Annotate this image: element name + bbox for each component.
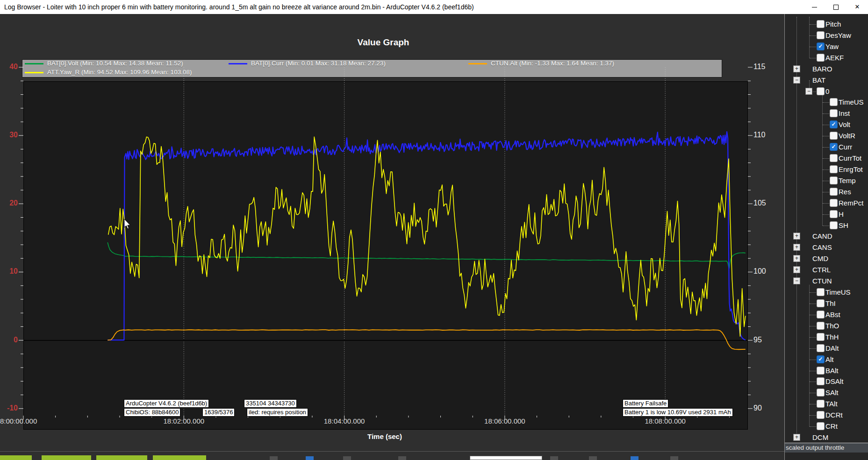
checkbox-ThI[interactable] (817, 299, 825, 307)
checkbox-EnrgTot[interactable] (830, 165, 838, 173)
tree-expander-CTUN[interactable]: − (793, 277, 800, 284)
close-button[interactable]: ✕ (846, 0, 868, 14)
tree-item-TimeUS[interactable]: TimeUS (839, 98, 864, 106)
tree-item-DAlt[interactable]: DAlt (825, 344, 839, 353)
tree-expander-BARO[interactable]: + (793, 65, 800, 72)
tree-expander-CTRL[interactable]: + (793, 266, 800, 273)
tree-item-CTRL[interactable]: CTRL (812, 266, 831, 274)
checkbox-SAlt[interactable] (817, 389, 825, 396)
tree-item-DCM[interactable]: DCM (812, 433, 828, 442)
tree-expander-CMD[interactable]: + (793, 255, 800, 262)
checkbox-Inst[interactable] (830, 109, 838, 117)
checkbox-SH[interactable] (830, 221, 838, 229)
bottom-checkbox[interactable] (270, 456, 278, 460)
tree-item-BARO[interactable]: BARO (812, 65, 832, 73)
tree-connector (813, 92, 816, 92)
check-icon: ✓ (830, 121, 837, 128)
green-cell[interactable] (96, 455, 147, 460)
bottom-dropdown[interactable] (470, 456, 542, 460)
green-cell[interactable] (153, 455, 206, 460)
checkbox-VoltR[interactable] (830, 132, 838, 140)
tree-item-VoltR[interactable]: VoltR (839, 132, 855, 140)
tree-expander-CAND[interactable]: + (793, 233, 800, 240)
checkbox-DAlt[interactable] (817, 344, 825, 352)
checkbox-ABst[interactable] (817, 311, 825, 318)
checkbox-ThH[interactable] (817, 333, 825, 341)
bottom-checkbox[interactable] (631, 456, 638, 460)
bottom-checkbox[interactable] (343, 456, 351, 460)
tree-item-Volt[interactable]: Volt (839, 120, 850, 129)
tree-item-H[interactable]: H (839, 210, 844, 219)
tree-item-Inst[interactable]: Inst (839, 109, 850, 118)
bottom-checkbox[interactable] (550, 456, 558, 460)
checkbox-H[interactable] (830, 210, 838, 218)
tree-item-Yaw[interactable]: Yaw (825, 42, 839, 51)
checkbox-CRt[interactable] (817, 422, 825, 430)
tree-item-TimeUS[interactable]: TimeUS (825, 288, 851, 297)
checkbox-Temp[interactable] (830, 177, 838, 184)
tree-expander-0[interactable]: − (805, 88, 812, 95)
tree-item-Pitch[interactable]: Pitch (825, 20, 841, 28)
tree-item-RemPct[interactable]: RemPct (839, 199, 863, 207)
tree-item-0[interactable]: 0 (825, 87, 829, 96)
tree-item-Alt[interactable]: Alt (825, 355, 834, 364)
tree-item-ThI[interactable]: ThI (825, 299, 836, 308)
tree-item-Curr[interactable]: Curr (839, 143, 852, 151)
checkbox-DesYaw[interactable] (817, 31, 825, 39)
checkbox-Alt[interactable]: ✓ (817, 355, 825, 363)
tree-item-SH[interactable]: SH (839, 221, 848, 230)
annotation-box: 335104 34343730 (244, 399, 297, 408)
tree-item-DSAlt[interactable]: DSAlt (825, 377, 843, 386)
checkbox-Pitch[interactable] (817, 20, 825, 28)
bottom-checkbox[interactable] (589, 456, 597, 460)
tree-expander-BAT[interactable]: − (793, 77, 800, 84)
tree-item-SAlt[interactable]: SAlt (825, 389, 839, 397)
tree-item-DesYaw[interactable]: DesYaw (825, 31, 851, 40)
green-cell[interactable] (42, 455, 91, 460)
tree-item-BAT[interactable]: BAT (812, 76, 825, 85)
checkbox-0[interactable] (817, 87, 825, 95)
bottom-checkbox[interactable] (398, 456, 406, 460)
tree-item-BAlt[interactable]: BAlt (825, 367, 839, 375)
tree-item-ThO[interactable]: ThO (825, 322, 839, 330)
checkbox-Volt[interactable]: ✓ (830, 120, 838, 128)
bottom-checkbox[interactable] (306, 456, 314, 460)
checkbox-Yaw[interactable]: ✓ (817, 42, 825, 50)
checkbox-RemPct[interactable] (830, 199, 838, 207)
checkbox-DSAlt[interactable] (817, 377, 825, 385)
tree-item-TAlt[interactable]: TAlt (825, 400, 838, 408)
checkbox-DCRt[interactable] (817, 411, 825, 419)
checkbox-ThO[interactable] (817, 322, 825, 330)
tree-item-CAND[interactable]: CAND (812, 232, 832, 241)
checkbox-CurrTot[interactable] (830, 154, 838, 162)
green-cell[interactable] (0, 455, 32, 460)
tree-connector (810, 415, 816, 416)
tree-item-CurrTot[interactable]: CurrTot (839, 154, 861, 163)
checkbox-BAlt[interactable] (817, 367, 825, 375)
checkbox-TAlt[interactable] (817, 400, 825, 408)
bottom-checkbox[interactable] (670, 456, 678, 460)
checkbox-TimeUS[interactable] (817, 288, 825, 296)
plot-area[interactable] (23, 81, 748, 430)
tree-item-CTUN[interactable]: CTUN (812, 277, 832, 285)
tree-item-ABst[interactable]: ABst (825, 311, 840, 319)
tree-item-CRt[interactable]: CRt (825, 422, 838, 431)
checkbox-AEKF[interactable] (817, 54, 825, 62)
tree-item-ThH[interactable]: ThH (825, 333, 839, 341)
right-axis-tick-label: 105 (753, 199, 766, 207)
checkbox-TimeUS[interactable] (830, 98, 838, 106)
tree-expander-DCM[interactable]: + (793, 434, 800, 441)
tree-expander-CANS[interactable]: + (793, 244, 800, 251)
minimize-button[interactable] (803, 0, 825, 14)
tree-item-CMD[interactable]: CMD (812, 255, 828, 263)
checkbox-Res[interactable] (830, 188, 838, 196)
tree-item-EnrgTot[interactable]: EnrgTot (839, 165, 863, 174)
tree-item-Temp[interactable]: Temp (839, 177, 856, 185)
maximize-button[interactable] (825, 0, 846, 14)
tree-item-CANS[interactable]: CANS (812, 243, 832, 252)
check-icon: ✓ (830, 143, 837, 150)
checkbox-Curr[interactable]: ✓ (830, 143, 838, 151)
tree-item-DCRt[interactable]: DCRt (825, 411, 843, 419)
tree-item-AEKF[interactable]: AEKF (825, 54, 844, 62)
tree-item-Res[interactable]: Res (839, 188, 851, 196)
